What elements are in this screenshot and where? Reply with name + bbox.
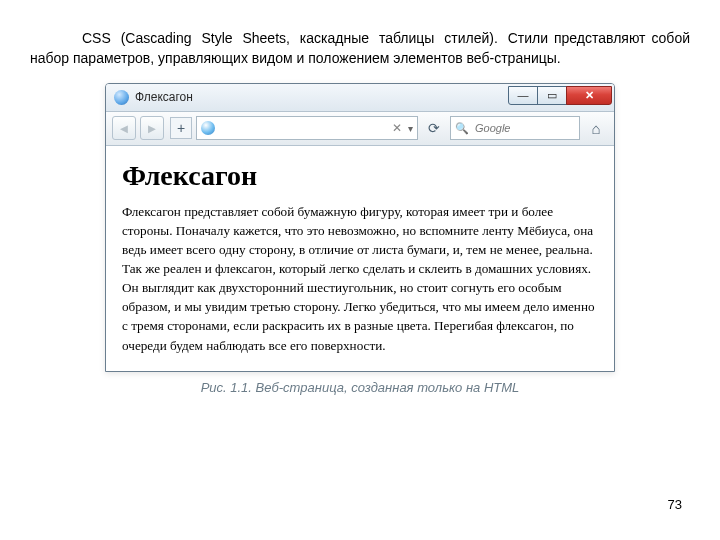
- toolbar: ◄ ► + ✕ ▾ ⟳ 🔍 ⌂: [106, 112, 614, 146]
- new-tab-button[interactable]: +: [170, 117, 192, 139]
- titlebar: Флексагон — ▭ ✕: [106, 84, 614, 112]
- reload-button[interactable]: ⟳: [422, 116, 446, 140]
- search-box[interactable]: 🔍: [450, 116, 580, 140]
- browser-window: Флексагон — ▭ ✕ ◄ ► + ✕ ▾ ⟳ 🔍 ⌂: [105, 83, 615, 372]
- search-input[interactable]: [473, 121, 575, 135]
- favicon-icon: [114, 90, 129, 105]
- window-buttons: — ▭ ✕: [509, 84, 614, 111]
- window-title: Флексагон: [135, 90, 193, 104]
- intro-paragraph: CSS (Cascading Style Sheets, каскадные т…: [0, 0, 720, 69]
- page-content: Флексагон Флексагон представляет собой б…: [106, 146, 614, 371]
- back-button[interactable]: ◄: [112, 116, 136, 140]
- globe-icon: [201, 121, 215, 135]
- home-button[interactable]: ⌂: [584, 116, 608, 140]
- search-icon: 🔍: [455, 122, 469, 135]
- page-number: 73: [668, 497, 682, 512]
- stop-icon[interactable]: ✕: [390, 121, 404, 135]
- close-button[interactable]: ✕: [566, 86, 612, 105]
- url-input[interactable]: ✕ ▾: [196, 116, 418, 140]
- maximize-button[interactable]: ▭: [537, 86, 567, 105]
- forward-button[interactable]: ►: [140, 116, 164, 140]
- page-heading: Флексагон: [122, 160, 598, 192]
- page-body: Флексагон представляет собой бумажную фи…: [122, 202, 598, 355]
- figure: Флексагон — ▭ ✕ ◄ ► + ✕ ▾ ⟳ 🔍 ⌂: [105, 83, 615, 395]
- figure-caption: Рис. 1.1. Веб-страница, созданная только…: [105, 380, 615, 395]
- minimize-button[interactable]: —: [508, 86, 538, 105]
- intro-line1: CSS (Cascading Style Sheets, каскадные т…: [30, 30, 548, 46]
- url-dropdown-icon[interactable]: ▾: [408, 123, 413, 134]
